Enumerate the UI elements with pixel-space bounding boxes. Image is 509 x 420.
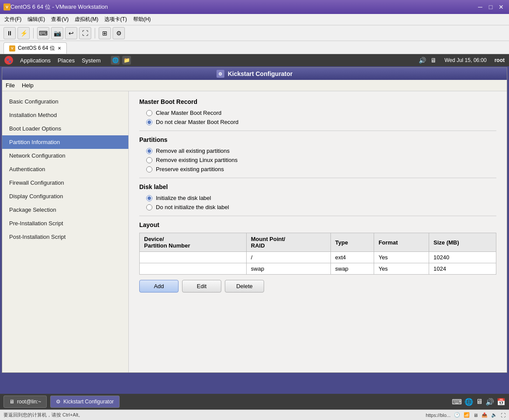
mbr-section: Master Boot Record Clear Master Boot Rec…: [139, 98, 496, 125]
vm-settings-icon[interactable]: 🖥: [476, 398, 483, 406]
gnome-applications[interactable]: Applications: [20, 57, 51, 64]
network-icon: 🌐: [111, 56, 120, 65]
maximize-button[interactable]: □: [486, 3, 495, 11]
disk-init-radio[interactable]: [146, 195, 152, 201]
fullscreen-toggle[interactable]: ⛶: [501, 413, 506, 418]
cell-type-1: ext4: [330, 252, 374, 263]
network-status: 📶: [464, 412, 470, 418]
part-remove-all-radio[interactable]: [146, 148, 152, 154]
partitions-section: Partitions Remove all existing partition…: [139, 136, 496, 172]
terminal-icon: 🖥: [9, 399, 14, 405]
vm-tab[interactable]: V CentOS 6 64 位 ✕: [3, 42, 67, 54]
sidebar-item-installation-method[interactable]: Installation Method: [2, 108, 128, 122]
settings-button[interactable]: ⚙: [113, 27, 125, 39]
sidebar-item-boot-loader-options[interactable]: Boot Loader Options: [2, 122, 128, 135]
app-title: Kickstart Configurator: [228, 70, 293, 77]
cell-mount-1: /: [246, 252, 330, 263]
menu-view[interactable]: 查看(V): [48, 15, 71, 24]
edit-button[interactable]: Edit: [182, 280, 221, 293]
part-preserve-label: Preserve existing partitions: [156, 166, 224, 172]
part-remove-all-label: Remove all existing partitions: [156, 148, 230, 154]
col-mount: Mount Point/RAID: [246, 233, 330, 252]
fullscreen-button[interactable]: ⛶: [79, 27, 91, 39]
send-ctrl-alt-del-button[interactable]: ⌨: [37, 27, 49, 39]
mbr-clear-radio[interactable]: [146, 110, 152, 116]
col-device: Device/Partition Number: [140, 233, 247, 252]
sidebar-item-display-configuration[interactable]: Display Configuration: [2, 189, 128, 203]
clock-icon: 🕐: [454, 412, 460, 418]
vm-icon: V: [3, 3, 10, 10]
keyboard-icon[interactable]: ⌨: [452, 398, 462, 406]
cell-format-1: Yes: [374, 252, 429, 263]
layout-section: Layout Device/Partition Number Mount Poi…: [139, 221, 496, 293]
menu-edit[interactable]: 编辑(E): [25, 15, 48, 24]
sidebar-item-network-configuration[interactable]: Network Configuration: [2, 149, 128, 162]
revert-button[interactable]: ↩: [65, 27, 77, 39]
vmware-toolbar: ⏸ ⚡ ⌨ 📷 ↩ ⛶ ⊞ ⚙: [0, 25, 509, 41]
app-title-bar: ⚙ Kickstart Configurator: [2, 68, 507, 80]
cell-size-1: 10240: [429, 252, 496, 263]
cell-format-2: Yes: [374, 263, 429, 275]
app-window: ⚙ Kickstart Configurator File Help Basic…: [2, 67, 507, 373]
sidebar-item-authentication[interactable]: Authentication: [2, 162, 128, 176]
cell-mount-2: swap: [246, 263, 330, 275]
part-remove-all-row: Remove all existing partitions: [146, 148, 496, 154]
sidebar-item-firewall-configuration[interactable]: Firewall Configuration: [2, 176, 128, 189]
sidebar-item-package-selection[interactable]: Package Selection: [2, 203, 128, 217]
disk-init-row: Initialize the disk label: [146, 195, 496, 201]
network-tray-icon[interactable]: 🌐: [464, 398, 473, 406]
delete-button[interactable]: Delete: [225, 280, 264, 293]
unity-button[interactable]: ⊞: [99, 27, 111, 39]
sidebar-item-pre-installation-script[interactable]: Pre-Installation Script: [2, 217, 128, 230]
content-panel: Master Boot Record Clear Master Boot Rec…: [129, 91, 507, 372]
terminal-taskbar-btn[interactable]: 🖥 root@lin:~: [3, 396, 47, 408]
part-preserve-radio[interactable]: [146, 166, 152, 172]
vm-status-icon: 🖥: [473, 413, 478, 418]
layout-title: Layout: [139, 221, 496, 228]
app-taskbar-btn[interactable]: ⚙ Kickstart Configurator: [50, 396, 119, 408]
disk-no-init-radio[interactable]: [146, 204, 152, 210]
table-row[interactable]: / ext4 Yes 10240: [140, 252, 496, 263]
cell-device-2: [140, 263, 247, 275]
minimize-button[interactable]: ─: [476, 3, 485, 11]
part-remove-linux-row: Remove existing Linux partitions: [146, 157, 496, 163]
table-row[interactable]: swap swap Yes 1024: [140, 263, 496, 275]
calendar-icon[interactable]: 📅: [497, 398, 506, 406]
volume-tray-icon[interactable]: 🔊: [485, 398, 494, 406]
user-display: root: [495, 57, 505, 63]
sidebar-item-partition-information[interactable]: Partition Information: [2, 135, 128, 149]
add-button[interactable]: Add: [139, 280, 179, 293]
menu-vm[interactable]: 虚拟机(M): [72, 15, 101, 24]
status-hint: 要返回到您的计算机，请按 Ctrl+Alt。: [3, 412, 83, 418]
app-menu-file[interactable]: File: [6, 82, 15, 89]
snapshot-button[interactable]: 📷: [51, 27, 63, 39]
mbr-clear-label: Clear Master Boot Record: [156, 110, 221, 116]
close-button[interactable]: ✕: [497, 3, 506, 11]
layout-table: Device/Partition Number Mount Point/RAID…: [139, 233, 496, 275]
sidebar-item-basic-configuration[interactable]: Basic Configuration: [2, 95, 128, 108]
menu-tabs[interactable]: 选项卡(T): [102, 15, 129, 24]
app-menu-help[interactable]: Help: [22, 82, 34, 89]
sidebar-item-post-installation-script[interactable]: Post-Installation Script: [2, 230, 128, 244]
menu-file[interactable]: 文件(F): [2, 15, 24, 24]
network-status-icon[interactable]: 🖥: [430, 57, 437, 64]
part-preserve-row: Preserve existing partitions: [146, 166, 496, 172]
volume-icon[interactable]: 🔊: [419, 57, 426, 64]
status-url: https://blo...: [426, 413, 451, 418]
mbr-no-clear-label: Do not clear Master Boot Record: [156, 119, 238, 125]
partitions-title: Partitions: [139, 136, 496, 143]
col-type: Type: [330, 233, 374, 252]
disk-label-title: Disk label: [139, 183, 496, 190]
part-remove-linux-radio[interactable]: [146, 157, 152, 163]
gnome-system[interactable]: System: [82, 57, 100, 64]
terminal-label: root@lin:~: [17, 399, 41, 405]
cell-size-2: 1024: [429, 263, 496, 275]
menu-help[interactable]: 帮助(H): [131, 15, 154, 24]
tab-close-icon[interactable]: ✕: [58, 46, 61, 51]
mbr-no-clear-radio[interactable]: [146, 119, 152, 125]
gnome-places[interactable]: Places: [58, 57, 75, 64]
power-button[interactable]: ⚡: [17, 27, 30, 39]
mbr-title: Master Boot Record: [139, 98, 496, 105]
sidebar: Basic Configuration Installation Method …: [2, 91, 129, 372]
pause-button[interactable]: ⏸: [3, 27, 16, 39]
